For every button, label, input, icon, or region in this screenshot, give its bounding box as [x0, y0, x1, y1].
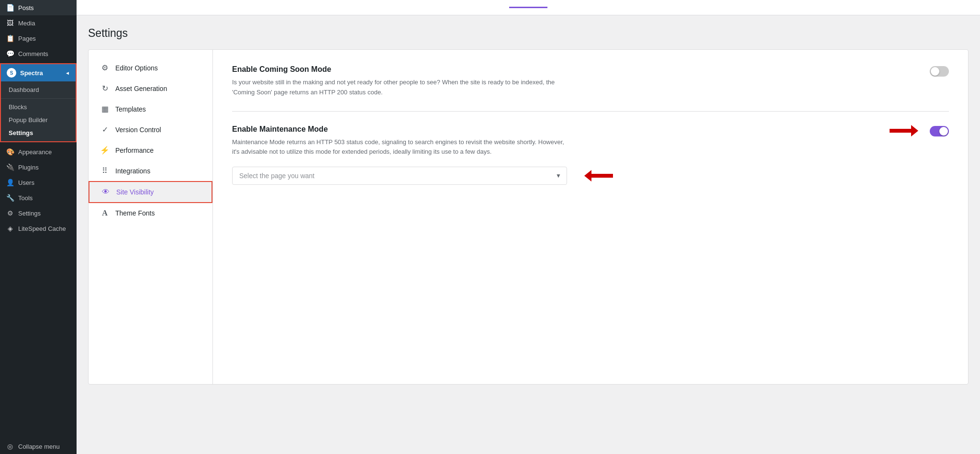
maintenance-text: Enable Maintenance Mode Maintenance Mode…: [232, 125, 880, 158]
version-control-icon: ✓: [100, 125, 110, 134]
media-icon: 🖼: [6, 19, 14, 27]
nav-templates[interactable]: ▦ Templates: [89, 99, 212, 119]
spectra-popup-builder[interactable]: Popup Builder: [1, 114, 76, 126]
sidebar-item-posts[interactable]: 📄 Posts: [0, 0, 77, 15]
sidebar-item-tools[interactable]: 🔧 Tools: [0, 190, 77, 205]
nav-editor-options[interactable]: ⚙ Editor Options: [89, 57, 212, 78]
asset-generation-icon: ↻: [100, 84, 110, 93]
sidebar-item-pages[interactable]: 📋 Pages: [0, 31, 77, 46]
sidebar-item-media[interactable]: 🖼 Media: [0, 15, 77, 31]
settings-nav: ⚙ Editor Options ↻ Asset Generation ▦ Te…: [89, 50, 213, 384]
page-select[interactable]: Select the page you want: [232, 167, 567, 185]
coming-soon-toggle-wrapper: [918, 65, 949, 77]
sidebar-collapse[interactable]: ◎ Collapse menu: [0, 439, 77, 454]
spectra-blocks[interactable]: Blocks: [1, 101, 76, 114]
maintenance-toggle[interactable]: [930, 126, 949, 136]
collapse-icon: ◎: [6, 443, 14, 450]
coming-soon-thumb: [931, 67, 939, 76]
arrow-left: [584, 170, 613, 182]
settings-container: ⚙ Editor Options ↻ Asset Generation ▦ Te…: [88, 49, 969, 385]
spectra-dashboard[interactable]: Dashboard: [1, 83, 76, 96]
users-icon: 👤: [6, 179, 14, 186]
theme-fonts-icon: A: [100, 209, 110, 217]
settings-content-area: Enable Coming Soon Mode Is your website …: [213, 50, 968, 384]
spectra-section: S Spectra ◄ Dashboard Blocks Popup Build…: [0, 63, 77, 142]
sidebar-item-users[interactable]: 👤 Users: [0, 175, 77, 190]
coming-soon-row: Enable Coming Soon Mode Is your website …: [232, 65, 949, 98]
maintenance-desc: Maintenance Mode returns an HTTP 503 sta…: [232, 137, 567, 158]
nav-performance[interactable]: ⚡ Performance: [89, 140, 212, 160]
editor-options-icon: ⚙: [100, 63, 110, 72]
sidebar-item-settings[interactable]: ⚙ Settings: [0, 205, 77, 221]
spectra-settings[interactable]: Settings: [1, 126, 76, 139]
left-arrow-svg: [584, 170, 613, 182]
sidebar-item-plugins[interactable]: 🔌 Plugins: [0, 159, 77, 175]
page-title: Settings: [88, 27, 969, 40]
coming-soon-text: Enable Coming Soon Mode Is your website …: [232, 65, 918, 98]
spectra-label: Spectra: [20, 69, 43, 77]
performance-icon: ⚡: [100, 146, 110, 155]
svg-marker-1: [584, 170, 613, 182]
maintenance-title: Enable Maintenance Mode: [232, 125, 880, 134]
nav-integrations[interactable]: ⠿ Integrations: [89, 160, 212, 181]
maintenance-row: Enable Maintenance Mode Maintenance Mode…: [232, 125, 949, 158]
sidebar: 📄 Posts 🖼 Media 📋 Pages 💬 Comments S Spe…: [0, 0, 77, 454]
appearance-icon: 🎨: [6, 148, 14, 156]
coming-soon-toggle[interactable]: [930, 66, 949, 77]
pages-icon: 📋: [6, 34, 14, 42]
litespeed-icon: ◈: [6, 225, 14, 232]
nav-version-control[interactable]: ✓ Version Control: [89, 119, 212, 140]
coming-soon-title: Enable Coming Soon Mode: [232, 65, 918, 74]
right-arrow-svg: [890, 125, 918, 136]
select-row: Select the page you want ▼: [232, 167, 949, 185]
posts-icon: 📄: [6, 4, 14, 11]
coming-soon-desc: Is your website still in the making and …: [232, 78, 567, 98]
nav-asset-generation[interactable]: ↻ Asset Generation: [89, 78, 212, 99]
maintenance-thumb: [939, 127, 948, 136]
integrations-icon: ⠿: [100, 166, 110, 175]
sidebar-item-comments[interactable]: 💬 Comments: [0, 46, 77, 61]
spectra-arrow-icon: ◄: [65, 70, 70, 76]
coming-soon-track[interactable]: [930, 66, 949, 77]
spectra-submenu: Dashboard Blocks Popup Builder Settings: [1, 81, 76, 141]
maintenance-track[interactable]: [930, 126, 949, 136]
top-bar-indicator: [509, 7, 547, 8]
maintenance-section: Enable Maintenance Mode Maintenance Mode…: [232, 125, 949, 199]
coming-soon-section: Enable Coming Soon Mode Is your website …: [232, 65, 949, 112]
sidebar-item-appearance[interactable]: 🎨 Appearance: [0, 144, 77, 159]
templates-icon: ▦: [100, 104, 110, 114]
nav-theme-fonts[interactable]: A Theme Fonts: [89, 203, 212, 223]
nav-site-visibility[interactable]: 👁 Site Visibility: [89, 181, 212, 203]
spectra-logo: S: [7, 68, 16, 78]
spectra-header[interactable]: S Spectra ◄: [1, 64, 76, 81]
page-select-wrapper: Select the page you want ▼: [232, 167, 567, 185]
arrow-right: [890, 125, 918, 136]
content-area: Settings ⚙ Editor Options ↻ Asset Genera…: [77, 15, 980, 454]
settings-icon: ⚙: [6, 209, 14, 217]
svg-marker-0: [890, 125, 918, 136]
comments-icon: 💬: [6, 50, 14, 57]
maintenance-toggle-wrapper: [880, 125, 949, 136]
sidebar-item-litespeed[interactable]: ◈ LiteSpeed Cache: [0, 221, 77, 236]
top-bar: [77, 0, 980, 15]
main-area: Settings ⚙ Editor Options ↻ Asset Genera…: [77, 0, 980, 454]
site-visibility-icon: 👁: [101, 188, 111, 196]
tools-icon: 🔧: [6, 194, 14, 202]
plugins-icon: 🔌: [6, 163, 14, 171]
